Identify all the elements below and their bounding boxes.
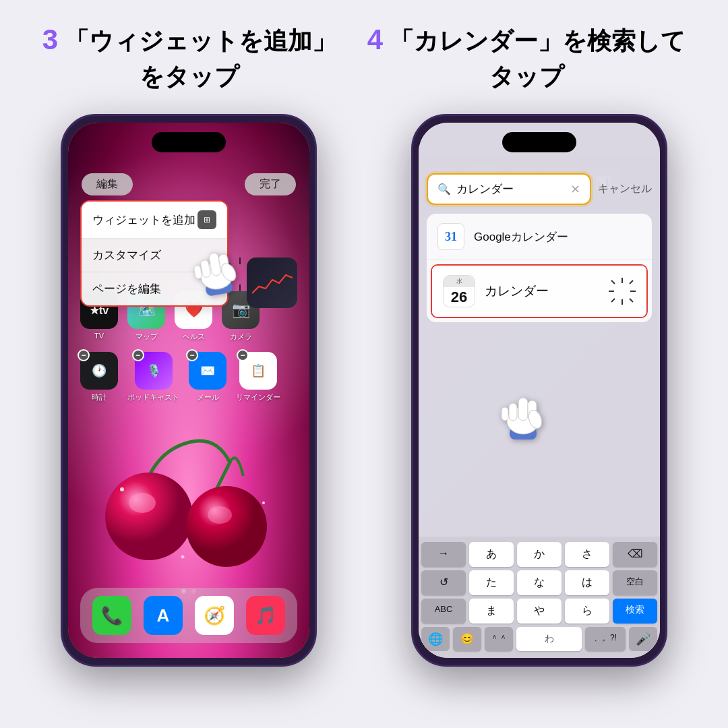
google-calendar-result[interactable]: 31 Googleカレンダー [427, 214, 652, 260]
right-screen: 木 22 🗺️ 📷 📊 🔍 カレンダー ✕ キャンセル [419, 123, 660, 658]
starburst-cal [609, 278, 636, 305]
kb-undo[interactable]: ↺ [421, 570, 466, 595]
left-phone-screen: 編集 完了 ウィジェットを追加 ⊞ カスタマイズ ページを編集 [68, 123, 309, 658]
kb-caret[interactable]: ＾＾ [485, 627, 513, 651]
kb-mic[interactable]: 🎤 [629, 627, 657, 651]
kb-wa[interactable]: わ [516, 627, 582, 651]
minus-badge-2: − [132, 349, 144, 361]
svg-line-26 [611, 280, 615, 284]
kb-space[interactable]: 空白 [613, 570, 657, 595]
app-clock[interactable]: − 🕐 時計 [80, 352, 118, 402]
svg-line-19 [249, 261, 253, 266]
kb-ta[interactable]: た [469, 570, 514, 595]
svg-point-4 [120, 487, 124, 491]
svg-rect-35 [502, 407, 508, 421]
calendar-label: カレンダー [485, 282, 549, 300]
apple-cal-icon: 水 26 [443, 275, 475, 307]
search-icon: 🔍 [437, 183, 451, 195]
svg-point-2 [186, 486, 267, 567]
svg-point-5 [262, 502, 265, 504]
minus-badge-3: − [186, 349, 198, 361]
kb-delete[interactable]: ⌫ [613, 542, 657, 567]
kb-na[interactable]: な [517, 570, 562, 595]
widget-icon: ⊞ [198, 210, 216, 229]
step4-number: 4 [367, 24, 383, 55]
kb-ka[interactable]: か [517, 542, 562, 567]
kb-row-2: ↺ た な は 空白 [421, 570, 657, 595]
dynamic-island-right [502, 132, 576, 152]
cancel-button[interactable]: キャンセル [598, 182, 652, 196]
svg-point-3 [208, 506, 232, 524]
svg-rect-32 [518, 398, 528, 421]
calendar-result-highlighted[interactable]: 水 26 カレンダー [431, 264, 648, 318]
svg-rect-34 [509, 403, 517, 421]
kb-punct[interactable]: 、。?! [585, 627, 626, 651]
step3-label: 3 「ウィジェットを追加」をタップ [42, 20, 336, 94]
minus-badge: − [78, 349, 90, 361]
svg-point-6 [181, 555, 185, 559]
search-clear-button[interactable]: ✕ [570, 182, 580, 197]
kb-search[interactable]: 検索 [613, 599, 657, 624]
google-cal-icon: 31 [437, 223, 464, 250]
search-results: 31 Googleカレンダー 水 26 カレンダー [427, 214, 652, 322]
google-cal-label: Googleカレンダー [474, 229, 568, 245]
kb-ya[interactable]: や [517, 599, 562, 624]
kb-abc[interactable]: ABC [421, 599, 466, 624]
search-bar-container: 🔍 カレンダー ✕ キャンセル [427, 173, 652, 205]
svg-line-29 [630, 299, 633, 302]
app-row-2: − 🕐 時計 − 🎙️ ポッドキャスト − [80, 352, 280, 402]
svg-line-27 [630, 280, 633, 284]
app-podcasts[interactable]: − 🎙️ ポッドキャスト [127, 352, 179, 402]
kb-ra[interactable]: ら [565, 599, 609, 624]
apple-calendar-result[interactable]: 水 26 カレンダー [432, 266, 646, 317]
kb-row-4: 🌐 😊 ＾＾ わ 、。?! 🎤 [421, 627, 657, 651]
svg-point-0 [105, 473, 193, 560]
kb-sa[interactable]: さ [565, 542, 609, 567]
search-text: カレンダー [456, 181, 565, 197]
search-input-box[interactable]: 🔍 カレンダー ✕ [427, 173, 591, 205]
kb-row-3: ABC ま や ら 検索 [421, 599, 657, 624]
right-phone-screen: 木 22 🗺️ 📷 📊 🔍 カレンダー ✕ キャンセル [419, 123, 660, 658]
right-phone: 木 22 🗺️ 📷 📊 🔍 カレンダー ✕ キャンセル [411, 114, 667, 667]
app-reminders[interactable]: − 📋 リマインダー [236, 352, 280, 402]
done-button[interactable]: 完了 [245, 173, 296, 195]
left-phone: 編集 完了 ウィジェットを追加 ⊞ カスタマイズ ページを編集 [61, 114, 317, 667]
kb-ma[interactable]: ま [469, 599, 514, 624]
left-screen-bg: 編集 完了 ウィジェットを追加 ⊞ カスタマイズ ページを編集 [68, 123, 309, 658]
step3-number: 3 [42, 24, 58, 55]
top-btn-row: 編集 完了 [68, 173, 309, 195]
cherry-art [82, 422, 297, 584]
svg-line-21 [249, 283, 253, 288]
keyboard[interactable]: → あ か さ ⌫ ↺ た な は 空白 ABC [419, 537, 660, 658]
kb-row-1: → あ か さ ⌫ [421, 542, 657, 567]
edit-button[interactable]: 編集 [82, 173, 133, 195]
svg-line-28 [611, 299, 615, 302]
phones-container: 編集 完了 ウィジェットを追加 ⊞ カスタマイズ ページを編集 [0, 100, 728, 667]
step4-label: 4 「カレンダー」を検索してタップ [367, 20, 686, 94]
minus-badge-4: − [237, 349, 249, 361]
kb-ha[interactable]: は [565, 570, 609, 595]
top-labels: 3 「ウィジェットを追加」をタップ 4 「カレンダー」を検索してタップ [0, 0, 728, 100]
dynamic-island-left [152, 132, 226, 152]
add-widget-menu-item[interactable]: ウィジェットを追加 ⊞ [82, 202, 227, 239]
hand-cursor-right [499, 386, 547, 448]
app-mail[interactable]: − ✉️ メール [189, 352, 226, 402]
kb-emoji[interactable]: 😊 [453, 627, 481, 651]
kb-arrow[interactable]: → [421, 542, 466, 567]
kb-a[interactable]: あ [469, 542, 514, 567]
kb-globe[interactable]: 🌐 [421, 627, 450, 651]
svg-point-1 [129, 493, 156, 513]
